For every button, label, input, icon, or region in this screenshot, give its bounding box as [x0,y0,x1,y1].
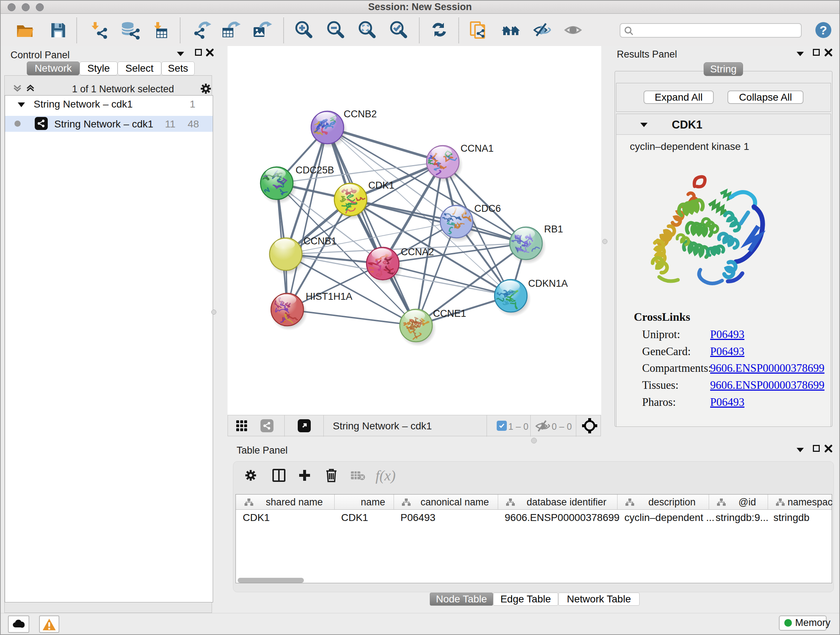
svg-text:CDK1: CDK1 [368,180,394,191]
svg-text:CDC6: CDC6 [474,203,501,214]
svg-text:CCNA1: CCNA1 [461,143,494,154]
svg-text:RB1: RB1 [544,224,563,234]
svg-text:CCNE1: CCNE1 [433,308,466,319]
svg-text:CCNB2: CCNB2 [344,109,377,119]
svg-text:HIST1H1A: HIST1H1A [306,291,352,302]
svg-text:CDC25B: CDC25B [295,165,334,176]
svg-text:CCNA2: CCNA2 [401,247,434,257]
svg-text:CDKN1A: CDKN1A [528,278,568,289]
svg-text:?: ? [820,23,827,37]
svg-text:CCNB1: CCNB1 [303,236,337,247]
